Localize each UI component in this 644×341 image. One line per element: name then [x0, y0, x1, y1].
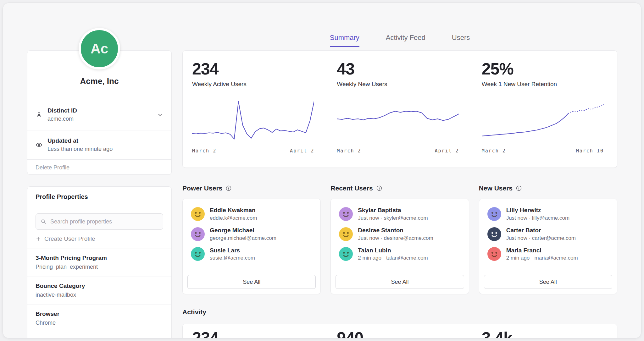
- user-detail: susie.l@acme.com: [210, 255, 255, 261]
- user-name: George Michael: [210, 227, 276, 234]
- x-axis-end-label: April 2: [435, 148, 459, 154]
- property-name: Browser: [36, 311, 163, 317]
- stat-label: Weekly New Users: [337, 81, 459, 88]
- property-value: Pricing_plan_experiment: [36, 264, 163, 270]
- user-list-item[interactable]: Susie Lars susie.l@acme.com: [183, 244, 320, 264]
- see-all-button[interactable]: See All: [336, 275, 464, 289]
- summary-stats-card: 234 Weekly Active Users March 2 April 2 …: [182, 50, 617, 168]
- user-detail: Just now · carter@acme.com: [506, 235, 576, 241]
- user-name: Susie Lars: [210, 247, 255, 254]
- user-detail: george.michael@acme.com: [210, 235, 276, 241]
- user-detail: 2 min ago · talan@acme.com: [358, 255, 428, 261]
- tab-bar: Summary Activity Feed Users: [182, 34, 617, 47]
- user-detail: Just now · desirare@acme.com: [358, 235, 433, 241]
- new-users-card: Lilly Herwitz Just now · lilly@acme.com …: [479, 199, 617, 294]
- recent-users-card: Skylar Baptista Just now · skyler@acme.c…: [330, 199, 469, 294]
- profile-properties-search[interactable]: [36, 213, 163, 230]
- activity-stats-card: 234 940 3.4k: [182, 324, 617, 338]
- updated-at-label: Updated at: [47, 137, 113, 144]
- user-list-item[interactable]: George Michael george.michael@acme.com: [183, 224, 320, 244]
- user-list-item[interactable]: Carter Bator Just now · carter@acme.com: [479, 224, 617, 244]
- activity-stat-value: 940: [337, 328, 463, 338]
- user-detail: Just now · lilly@acme.com: [506, 215, 569, 221]
- weekly-active-users-chart: [192, 98, 314, 144]
- stat-value: 25%: [482, 59, 604, 78]
- x-axis-start-label: March 2: [482, 148, 506, 154]
- updated-at-row: Updated at Less than one minute ago: [27, 130, 171, 159]
- user-list-item[interactable]: Eddie Kwakman eddie.k@acme.com: [183, 204, 320, 224]
- tab-summary[interactable]: Summary: [330, 34, 359, 47]
- eye-icon: [36, 141, 42, 148]
- property-value: inactive-mailbox: [36, 292, 163, 298]
- info-icon[interactable]: [516, 185, 522, 191]
- stat-label: Weekly Active Users: [192, 81, 314, 88]
- distinct-id-value: acme.com: [47, 116, 77, 122]
- chevron-down-icon[interactable]: [157, 112, 163, 118]
- stat-value: 43: [337, 59, 459, 78]
- create-user-profile-label: Create User Profile: [44, 235, 95, 242]
- search-icon: [40, 218, 47, 225]
- user-name: Lilly Herwitz: [506, 207, 569, 214]
- company-avatar-initials: Ac: [91, 41, 108, 57]
- user-avatar: [339, 207, 353, 221]
- user-name: Desirae Stanton: [358, 227, 433, 234]
- user-list-item[interactable]: Lilly Herwitz Just now · lilly@acme.com: [479, 204, 617, 224]
- user-name: Carter Bator: [506, 227, 576, 234]
- app-window: Ac Acme, Inc Distinct ID acme.com: [3, 3, 641, 338]
- user-avatar: [191, 227, 205, 241]
- user-list-item[interactable]: Maria Franci 2 min ago · maria@acme.com: [479, 244, 617, 264]
- user-list-item[interactable]: Talan Lubin 2 min ago · talan@acme.com: [331, 244, 469, 264]
- delete-profile-button[interactable]: Delete Profile: [27, 159, 171, 176]
- user-avatar: [339, 247, 353, 261]
- property-row[interactable]: 3-Month Pricing Program Pricing_plan_exp…: [27, 249, 171, 277]
- see-all-button[interactable]: See All: [187, 275, 316, 289]
- search-input[interactable]: [50, 218, 158, 225]
- see-all-button[interactable]: See All: [484, 275, 612, 289]
- user-name: Skylar Baptista: [358, 207, 428, 214]
- user-avatar: [487, 207, 501, 221]
- updated-at-value: Less than one minute ago: [47, 146, 113, 152]
- distinct-id-row[interactable]: Distinct ID acme.com: [27, 99, 171, 130]
- user-cards-row: Eddie Kwakman eddie.k@acme.com George Mi…: [182, 199, 617, 294]
- stat-weekly-active-users: 234 Weekly Active Users March 2 April 2: [183, 51, 327, 168]
- person-icon: [36, 111, 42, 118]
- property-row[interactable]: Browser Chrome: [27, 305, 171, 333]
- user-name: Talan Lubin: [358, 247, 428, 254]
- week1-retention-chart: [482, 98, 604, 144]
- property-row[interactable]: Bounce Category inactive-mailbox: [27, 277, 171, 305]
- user-detail: eddie.k@acme.com: [210, 215, 257, 221]
- user-list-item[interactable]: Desirae Stanton Just now · desirare@acme…: [331, 224, 469, 244]
- power-users-card: Eddie Kwakman eddie.k@acme.com George Mi…: [182, 199, 321, 294]
- weekly-new-users-chart: [337, 98, 459, 144]
- user-name: Maria Franci: [506, 247, 578, 254]
- info-icon[interactable]: [376, 185, 382, 191]
- user-detail: 2 min ago · maria@acme.com: [506, 255, 578, 261]
- user-avatar: [191, 207, 205, 221]
- activity-stat-value: 234: [192, 328, 318, 338]
- user-avatar: [339, 227, 353, 241]
- section-title-power-users: Power Users: [182, 184, 222, 192]
- delete-profile-label: Delete Profile: [36, 164, 69, 171]
- user-list-item[interactable]: Skylar Baptista Just now · skyler@acme.c…: [331, 204, 469, 224]
- company-avatar: Ac: [79, 28, 120, 69]
- user-name: Eddie Kwakman: [210, 207, 257, 214]
- stat-value: 234: [192, 59, 314, 78]
- profile-properties-title: Profile Properties: [27, 187, 171, 207]
- plus-icon: [36, 236, 41, 242]
- profile-properties-card: Profile Properties Create User Profile 3…: [27, 186, 172, 338]
- stat-weekly-new-users: 43 Weekly New Users March 2 April 2: [327, 51, 472, 168]
- property-name: 3-Month Pricing Program: [36, 255, 163, 261]
- x-axis-end-label: March 10: [576, 148, 604, 154]
- stat-label: Week 1 New User Retention: [482, 81, 604, 88]
- x-axis-start-label: March 2: [192, 148, 216, 154]
- create-user-profile-button[interactable]: Create User Profile: [36, 235, 163, 242]
- activity-section-title: Activity: [182, 308, 206, 316]
- tab-activity-feed[interactable]: Activity Feed: [386, 34, 425, 47]
- tab-users[interactable]: Users: [452, 34, 470, 47]
- property-value: Chrome: [36, 320, 163, 326]
- user-detail: Just now · skyler@acme.com: [358, 215, 428, 221]
- info-icon[interactable]: [225, 185, 232, 191]
- section-title-recent-users: Recent Users: [330, 184, 373, 192]
- stat-week1-retention: 25% Week 1 New User Retention March 2 Ma…: [472, 51, 617, 168]
- user-avatar: [191, 247, 205, 261]
